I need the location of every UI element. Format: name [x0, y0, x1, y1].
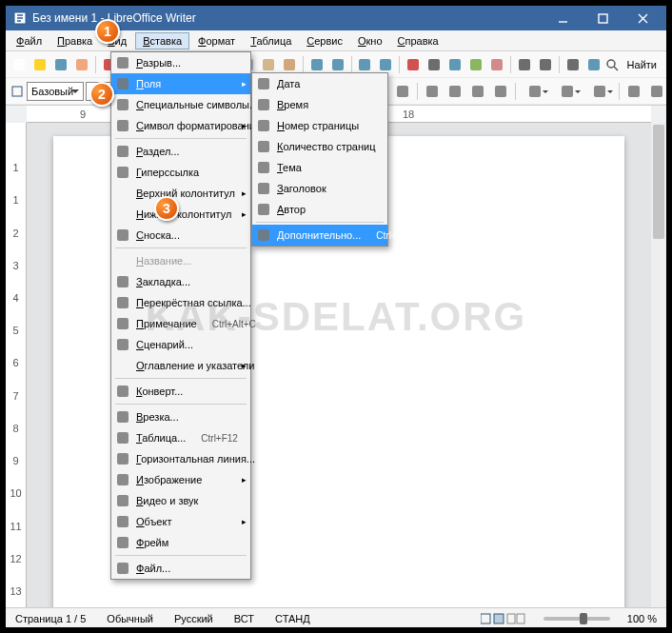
- status-style[interactable]: Обычный: [103, 613, 157, 624]
- ruler-tick: 10: [10, 477, 21, 509]
- menu-item-label: Сноска...: [136, 229, 180, 241]
- menu-item-время[interactable]: Время: [252, 94, 387, 115]
- menu-item-раздел[interactable]: Раздел...: [111, 141, 250, 162]
- menu-item-горизонтальная-линия[interactable]: Горизонтальная линия...: [111, 448, 250, 469]
- zoom-value[interactable]: 100 %: [623, 613, 661, 624]
- zoom-slider-knob[interactable]: [580, 613, 587, 624]
- menu-item-заголовок[interactable]: Заголовок: [252, 178, 387, 199]
- menu-item-номер-страницы[interactable]: Номер страницы: [252, 115, 387, 136]
- inc-font-button[interactable]: [623, 81, 644, 102]
- status-insert-mode[interactable]: ВСТ: [230, 613, 258, 624]
- menu-item-изображение[interactable]: Изображение▸: [111, 469, 250, 490]
- media-icon: [115, 493, 130, 508]
- menu-item-сноска[interactable]: Сноска...: [111, 225, 250, 246]
- menu-item-примечание[interactable]: ПримечаниеCtrl+Alt+C: [111, 313, 250, 334]
- statusbar: Страница 1 / 5 Обычный Русский ВСТ СТАНД…: [6, 607, 666, 628]
- list-num-button[interactable]: [467, 81, 488, 102]
- menu-item-перекрёстная-ссылка[interactable]: Перекрёстная ссылка...: [111, 292, 250, 313]
- mail-button[interactable]: [72, 54, 91, 75]
- menu-item-дата[interactable]: Дата: [252, 73, 387, 94]
- pilcrow-button[interactable]: [515, 54, 534, 75]
- menubar-item-справка[interactable]: Справка: [391, 33, 445, 49]
- find-replace-button[interactable]: [425, 54, 444, 75]
- scrollbar-thumb[interactable]: [653, 125, 664, 239]
- svg-rect-73: [258, 141, 269, 152]
- menu-item-количество-страниц[interactable]: Количество страниц: [252, 136, 387, 157]
- menubar-item-файл[interactable]: Файл: [10, 33, 49, 49]
- view-layout-icons[interactable]: [477, 613, 530, 624]
- align-j-button[interactable]: [392, 81, 413, 102]
- menu-item-гиперссылка[interactable]: Гиперссылка: [111, 162, 250, 183]
- special-button[interactable]: [536, 54, 555, 75]
- menu-item-разрыв[interactable]: Разрыв...: [111, 52, 250, 73]
- menubar-item-окно[interactable]: Окно: [351, 33, 389, 49]
- menu-item-поля[interactable]: Поля▸: [111, 73, 250, 94]
- menu-item-дополнительно[interactable]: Дополнительно...Ctrl+F2: [252, 225, 387, 246]
- menu-item-shortcut: Ctrl+F12: [186, 433, 238, 444]
- menu-item-конверт[interactable]: Конверт...: [111, 381, 250, 402]
- menu-item-закладка[interactable]: Закладка...: [111, 271, 250, 292]
- vertical-scrollbar[interactable]: [651, 123, 666, 607]
- paragraph-style-combo[interactable]: Базовый: [27, 82, 84, 101]
- styles-button[interactable]: [10, 81, 25, 102]
- menu-item-label: Тема: [277, 162, 302, 173]
- menu-item-врезка[interactable]: Врезка...: [111, 406, 250, 427]
- menubar-item-правка[interactable]: Правка: [50, 33, 99, 49]
- ruler-tick: 9: [65, 109, 101, 120]
- status-language[interactable]: Русский: [170, 613, 217, 624]
- menu-item-объект[interactable]: Объект▸: [111, 511, 250, 532]
- svg-rect-56: [117, 229, 128, 241]
- menu-item-файл[interactable]: Файл...: [111, 558, 250, 579]
- menu-item-автор[interactable]: Автор: [252, 199, 387, 220]
- menu-item-тема[interactable]: Тема: [252, 157, 387, 178]
- frame-icon: [115, 409, 130, 425]
- menu-item-оглавление-и-указатели[interactable]: Оглавление и указатели▸: [111, 355, 250, 376]
- close-button[interactable]: [626, 9, 659, 28]
- font-color-button[interactable]: [520, 81, 550, 102]
- nav-button[interactable]: [445, 54, 464, 75]
- chart-button[interactable]: [404, 54, 423, 75]
- list-bul-button[interactable]: [490, 81, 511, 102]
- svg-rect-42: [562, 86, 573, 97]
- datasrc-button[interactable]: [487, 54, 506, 75]
- dec-font-button[interactable]: [646, 81, 667, 102]
- menu-item-фрейм[interactable]: Фрейм: [111, 532, 250, 553]
- menu-item-специальные-символы[interactable]: Специальные символы...: [111, 94, 250, 115]
- zoom-slider[interactable]: [544, 617, 610, 621]
- ruler-tick: 13: [10, 575, 21, 607]
- svg-rect-19: [407, 59, 419, 70]
- menu-item-нижний-колонтитул[interactable]: Нижний колонтитул▸: [111, 204, 250, 225]
- indent-less-button[interactable]: [422, 81, 443, 102]
- status-page[interactable]: Страница 1 / 5: [11, 613, 89, 624]
- bg-color-button[interactable]: [584, 81, 615, 102]
- highlight-button[interactable]: [552, 81, 583, 102]
- menubar-item-таблица[interactable]: Таблица: [244, 33, 298, 49]
- menubar-item-вставка[interactable]: Вставка: [135, 32, 189, 49]
- paragraph-style-value: Базовый: [31, 86, 73, 97]
- menubar-item-формат[interactable]: Формат: [191, 33, 242, 49]
- open-button[interactable]: [30, 54, 49, 75]
- menubar-item-сервис[interactable]: Сервис: [300, 33, 349, 49]
- menu-item-label: Видео и звук: [136, 495, 198, 506]
- vertical-ruler[interactable]: 112345678910111213: [6, 123, 27, 607]
- menu-item-сценарий[interactable]: Сценарий...: [111, 334, 250, 355]
- maximize-button[interactable]: [586, 9, 619, 28]
- indent-more-button[interactable]: [445, 81, 465, 102]
- app-window: Без имени 1 - LibreOffice Writer ФайлПра…: [0, 0, 672, 633]
- menu-item-label: Поля: [136, 78, 161, 89]
- ruler-tick: 1: [12, 151, 18, 184]
- zoom-button[interactable]: [563, 54, 583, 75]
- new-button[interactable]: [10, 54, 29, 75]
- help-button[interactable]: [584, 54, 603, 75]
- minimize-button[interactable]: [546, 9, 579, 28]
- gallery-button[interactable]: [466, 54, 485, 75]
- save-button[interactable]: [51, 54, 70, 75]
- find-label[interactable]: Найти: [622, 57, 662, 72]
- menu-item-label: Закладка...: [136, 276, 190, 287]
- menu-item-верхний-колонтитул[interactable]: Верхний колонтитул▸: [111, 183, 250, 204]
- menu-item-символ-форматирования[interactable]: Символ форматирования▸: [111, 115, 250, 136]
- status-selection-mode[interactable]: СТАНД: [271, 613, 314, 624]
- menu-item-таблица[interactable]: Таблица...Ctrl+F12: [111, 427, 250, 448]
- svg-rect-3: [34, 59, 46, 70]
- menu-item-видео-и-звук[interactable]: Видео и звук: [111, 490, 250, 511]
